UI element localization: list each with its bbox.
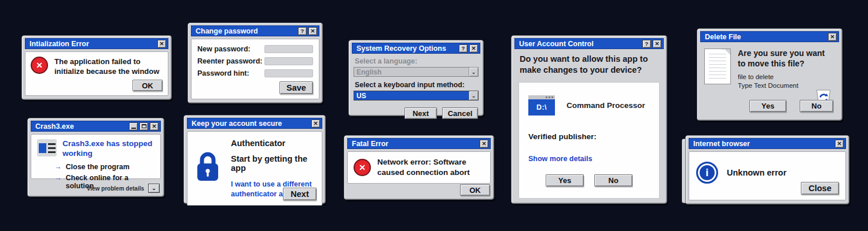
cancel-button[interactable]: Cancel — [442, 107, 478, 119]
dialog-crash3: Crash3.exe ✕ Crash3.exe has stopped work… — [28, 118, 164, 196]
titlebar[interactable]: Crash3.exe ✕ — [31, 121, 161, 132]
document-icon — [704, 49, 731, 84]
dialog-body: Select a language: English ⌄ Select a ke… — [352, 54, 480, 119]
close-icon[interactable]: ✕ — [469, 44, 478, 53]
close-button[interactable]: Close — [801, 182, 839, 195]
titlebar[interactable]: Internet browser ✕ — [689, 138, 846, 149]
window-title: Crash3.exe — [35, 122, 129, 131]
verified-publisher-label: Verified publisher: — [528, 132, 650, 141]
no-button[interactable]: No — [594, 174, 632, 187]
help-icon[interactable]: ? — [642, 40, 651, 48]
dialog-fatal-error: Fatal Error ✕ ✕ Network error: Software … — [344, 136, 494, 199]
dialog-initialization-error: Intialization Error ✕ ✕ The application … — [22, 36, 171, 99]
next-button[interactable]: Next — [404, 107, 437, 119]
error-icon: ✕ — [31, 57, 48, 74]
no-button[interactable]: No — [800, 100, 833, 112]
lock-icon — [194, 137, 222, 199]
dialog-body: ✕ The application failed to initialize b… — [25, 51, 168, 96]
ok-button[interactable]: OK — [133, 80, 163, 91]
app-name: Command Processor — [567, 101, 645, 110]
show-more-details-link[interactable]: Show more details — [528, 155, 650, 163]
titlebar[interactable]: User Account Control ? ✕ — [514, 38, 664, 49]
window-title: Intialization Error — [30, 40, 157, 48]
close-icon[interactable]: ✕ — [828, 33, 837, 41]
get-app-subheading: Start by getting the app — [231, 154, 315, 173]
keyboard-label: Select a keyboard input method: — [355, 81, 479, 89]
close-icon[interactable]: ✕ — [653, 40, 661, 48]
error-message: Network error: Software caused connectio… — [377, 157, 484, 177]
close-icon[interactable]: ✕ — [835, 140, 844, 148]
dialog-keep-account-secure: Keep your account secure ✕ Authenticator… — [184, 116, 325, 203]
dialog-body: New password: Reenter password: Password… — [191, 39, 319, 99]
next-button[interactable]: Next — [283, 188, 317, 200]
chevron-down-icon[interactable]: ⌄ — [148, 184, 160, 193]
titlebar[interactable]: Intialization Error ✕ — [25, 38, 168, 49]
maximize-icon[interactable] — [139, 122, 148, 131]
dialog-body: Do you want to allow this app to make ch… — [514, 49, 664, 200]
option-close-program[interactable]: → Close the program — [54, 163, 155, 171]
dialog-body: Crash3.exe has stopped working → Close t… — [31, 134, 161, 179]
password-hint-label: Password hint: — [197, 69, 264, 77]
titlebar[interactable]: System Recovery Options ? ✕ — [352, 43, 480, 54]
chevron-down-icon[interactable]: ⌄ — [469, 68, 478, 76]
dialog-delete-file: Delete File ✕ Are you sure you want to m… — [697, 29, 842, 120]
new-password-input[interactable] — [264, 45, 313, 53]
uac-app-panel: D:\ Command Processor Verified publisher… — [518, 82, 660, 199]
close-icon[interactable]: ✕ — [157, 40, 166, 48]
view-problem-details-label: View problem details — [87, 185, 144, 192]
error-icon: ✕ — [354, 159, 371, 176]
info-icon: i — [696, 162, 718, 184]
delete-question: Are you sure you want to move this file? — [738, 48, 834, 69]
keyboard-dropdown[interactable]: US ⌄ — [354, 91, 479, 100]
command-prompt-icon: D:\ — [528, 95, 555, 116]
close-icon[interactable]: ✕ — [311, 120, 320, 128]
error-message: The application failed to initialize bec… — [54, 57, 161, 77]
crash-headline: Crash3.exe has stopped working — [62, 139, 155, 159]
file-type: Type Text Document — [738, 82, 834, 89]
dialog-change-password: Change password ? ✕ New password: Reente… — [188, 23, 322, 103]
authenticator-heading: Authenticator — [231, 139, 315, 148]
dialog-internet-browser: Internet browser ✕ i Unknown error Close — [686, 136, 849, 204]
close-icon[interactable]: ✕ — [150, 122, 159, 131]
error-message: Unknown error — [727, 168, 786, 177]
window-title: Delete File — [705, 33, 828, 41]
dialog-system-recovery-options: System Recovery Options ? ✕ Select a lan… — [349, 40, 483, 116]
titlebar[interactable]: Delete File ✕ — [700, 31, 839, 42]
reenter-password-label: Reenter password: — [197, 57, 264, 65]
dialog-body: ✕ Network error: Software caused connect… — [347, 151, 491, 184]
dialog-body: i Unknown error Close — [689, 151, 846, 200]
titlebar[interactable]: Keep your account secure ✕ — [187, 118, 322, 129]
chevron-down-icon[interactable]: ⌄ — [469, 91, 478, 100]
window-title: Fatal Error — [352, 140, 480, 148]
titlebar[interactable]: Change password ? ✕ — [191, 25, 319, 36]
help-icon[interactable]: ? — [298, 27, 307, 35]
window-title: System Recovery Options — [356, 44, 459, 53]
dialog-body: Are you sure you want to move this file?… — [700, 42, 839, 117]
window-title: User Account Control — [519, 40, 642, 48]
file-name: file to delete — [738, 73, 834, 80]
ok-button[interactable]: OK — [460, 184, 490, 196]
yes-button[interactable]: Yes — [546, 174, 584, 187]
save-button[interactable]: Save — [279, 81, 313, 94]
drive-letter: D:\ — [528, 99, 555, 116]
close-icon[interactable]: ✕ — [308, 27, 317, 35]
minimize-icon[interactable] — [129, 122, 138, 131]
language-dropdown[interactable]: English ⌄ — [354, 67, 479, 77]
keyboard-value: US — [354, 91, 469, 100]
application-icon — [37, 139, 57, 157]
yes-button[interactable]: Yes — [749, 100, 786, 112]
arrow-right-icon: → — [54, 174, 62, 182]
uac-question: Do you want to allow this app to make ch… — [520, 54, 660, 76]
password-hint-input[interactable] — [264, 69, 313, 77]
close-icon[interactable]: ✕ — [480, 140, 488, 148]
language-label: Select a language: — [355, 57, 479, 65]
titlebar[interactable]: Fatal Error ✕ — [347, 138, 491, 149]
window-title: Internet browser — [693, 140, 835, 148]
arrow-right-icon: → — [54, 163, 62, 171]
reenter-password-input[interactable] — [264, 57, 313, 65]
window-title: Keep your account secure — [192, 120, 311, 128]
help-icon[interactable]: ? — [459, 44, 468, 53]
new-password-label: New password: — [197, 45, 264, 53]
dialog-body: Authenticator Start by getting the app I… — [187, 131, 322, 206]
window-title: Change password — [196, 27, 298, 35]
